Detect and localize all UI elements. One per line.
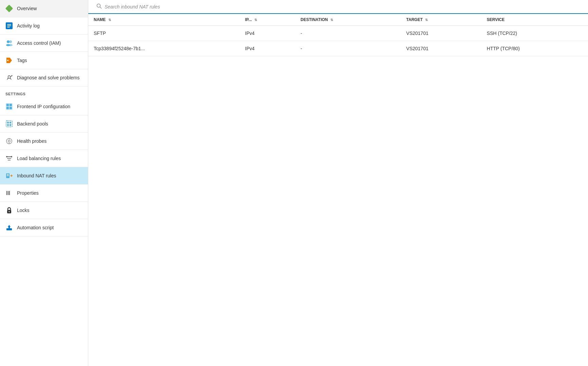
svg-point-30 — [11, 156, 12, 157]
svg-rect-20 — [10, 124, 11, 126]
row2-service: HTTP (TCP/80) — [481, 41, 588, 56]
svg-rect-16 — [6, 121, 12, 127]
sidebar-label-frontend-ip: Frontend IP configuration — [17, 104, 70, 109]
sidebar-item-locks[interactable]: Locks — [0, 202, 88, 219]
sort-ip-icon: ⇅ — [254, 18, 257, 22]
sidebar-item-properties[interactable]: Properties — [0, 185, 88, 202]
sidebar-item-frontend-ip[interactable]: Frontend IP configuration — [0, 98, 88, 115]
sidebar-item-access-control[interactable]: Access control (IAM) — [0, 35, 88, 52]
svg-point-38 — [9, 211, 10, 212]
row2-name: Tcp33894f25248e-7b1... — [88, 41, 240, 56]
table-row[interactable]: SFTP IPv4 - VS201701 SSH (TCP/22) — [88, 26, 588, 41]
svg-point-4 — [7, 40, 10, 43]
row1-destination: - — [295, 26, 401, 41]
sidebar-item-overview[interactable]: Overview — [0, 0, 88, 17]
svg-rect-17 — [7, 122, 9, 123]
properties-icon — [5, 189, 13, 197]
svg-rect-3 — [7, 27, 10, 27]
col-header-ip[interactable]: IP... ⇅ — [240, 14, 295, 26]
activity-log-icon — [5, 22, 13, 30]
sort-destination-icon: ⇅ — [330, 18, 333, 22]
col-header-name[interactable]: NAME ⇅ — [88, 14, 240, 26]
table-row[interactable]: Tcp33894f25248e-7b1... IPv4 - VS201701 H… — [88, 41, 588, 56]
svg-rect-34 — [6, 191, 7, 195]
tags-icon — [5, 57, 13, 64]
sidebar: Overview Activity log Access control (IA… — [0, 0, 88, 366]
svg-point-29 — [6, 156, 7, 157]
sidebar-item-health-probes[interactable]: Health probes — [0, 133, 88, 150]
locks-icon — [5, 207, 13, 214]
sidebar-label-tags: Tags — [17, 58, 27, 63]
sidebar-item-backend-pools[interactable]: Backend pools — [0, 115, 88, 133]
inbound-nat-icon — [5, 172, 13, 179]
svg-rect-33 — [7, 175, 9, 176]
sort-target-icon: ⇅ — [425, 18, 428, 22]
sidebar-label-overview: Overview — [17, 6, 37, 11]
sidebar-item-diagnose[interactable]: Diagnose and solve problems — [0, 69, 88, 86]
col-header-destination[interactable]: DESTINATION ⇅ — [295, 14, 401, 26]
row2-ip: IPv4 — [240, 41, 295, 56]
sidebar-item-automation[interactable]: Automation script — [0, 219, 88, 236]
sidebar-label-health-probes: Health probes — [17, 138, 47, 144]
sidebar-label-properties: Properties — [17, 190, 39, 196]
sidebar-label-backend-pools: Backend pools — [17, 121, 48, 127]
row1-service: SSH (TCP/22) — [481, 26, 588, 41]
sidebar-label-diagnose: Diagnose and solve problems — [17, 75, 79, 80]
sidebar-label-load-balancing: Load balancing rules — [17, 156, 61, 161]
search-input[interactable] — [105, 4, 580, 9]
search-bar — [88, 0, 588, 14]
svg-rect-14 — [6, 107, 9, 109]
svg-marker-40 — [8, 225, 11, 227]
svg-rect-39 — [6, 228, 12, 230]
sidebar-item-load-balancing[interactable]: Load balancing rules — [0, 150, 88, 167]
svg-rect-19 — [7, 124, 9, 126]
access-control-icon — [5, 39, 13, 47]
sort-name-icon: ⇅ — [108, 18, 111, 22]
svg-rect-35 — [8, 191, 8, 195]
sidebar-item-inbound-nat[interactable]: Inbound NAT rules — [0, 167, 88, 185]
sidebar-label-automation: Automation script — [17, 225, 54, 230]
svg-rect-15 — [10, 107, 12, 109]
diamond-icon — [5, 5, 13, 12]
row1-ip: IPv4 — [240, 26, 295, 41]
svg-point-5 — [9, 40, 12, 43]
sidebar-label-inbound-nat: Inbound NAT rules — [17, 173, 56, 178]
diagnose-icon — [5, 74, 13, 81]
svg-rect-1 — [7, 24, 11, 25]
row2-destination: - — [295, 41, 401, 56]
frontend-ip-icon — [5, 103, 13, 110]
table-header-row: NAME ⇅ IP... ⇅ DESTINATION ⇅ TARGET ⇅ — [88, 14, 588, 26]
svg-rect-13 — [10, 104, 12, 106]
svg-rect-18 — [10, 122, 11, 123]
svg-rect-2 — [7, 25, 11, 26]
nat-rules-table: NAME ⇅ IP... ⇅ DESTINATION ⇅ TARGET ⇅ — [88, 14, 588, 56]
svg-rect-12 — [6, 104, 9, 106]
sidebar-label-locks: Locks — [17, 208, 30, 213]
svg-point-7 — [8, 44, 13, 46]
backend-pools-icon — [5, 120, 13, 128]
row1-name: SFTP — [88, 26, 240, 41]
col-header-target[interactable]: TARGET ⇅ — [401, 14, 481, 26]
settings-section-label: SETTINGS — [0, 86, 88, 98]
sidebar-item-activity-log[interactable]: Activity log — [0, 17, 88, 35]
row2-target: VS201701 — [401, 41, 481, 56]
main-content-area: NAME ⇅ IP... ⇅ DESTINATION ⇅ TARGET ⇅ — [88, 0, 588, 366]
svg-rect-36 — [9, 191, 10, 195]
svg-line-43 — [100, 7, 102, 9]
search-icon — [96, 3, 102, 10]
svg-rect-41 — [8, 227, 10, 228]
svg-rect-32 — [7, 174, 9, 175]
svg-point-10 — [12, 75, 13, 76]
svg-point-8 — [7, 60, 8, 61]
sidebar-label-access-control: Access control (IAM) — [17, 40, 61, 46]
svg-point-42 — [97, 4, 100, 7]
svg-point-22 — [8, 140, 10, 142]
load-balancing-icon — [5, 155, 13, 162]
content-panel: NAME ⇅ IP... ⇅ DESTINATION ⇅ TARGET ⇅ — [88, 0, 588, 366]
automation-icon — [5, 224, 13, 231]
health-probes-icon — [5, 137, 13, 145]
sidebar-label-activity-log: Activity log — [17, 23, 40, 28]
col-header-service: SERVICE — [481, 14, 588, 26]
sidebar-item-tags[interactable]: Tags — [0, 52, 88, 69]
row1-target: VS201701 — [401, 26, 481, 41]
